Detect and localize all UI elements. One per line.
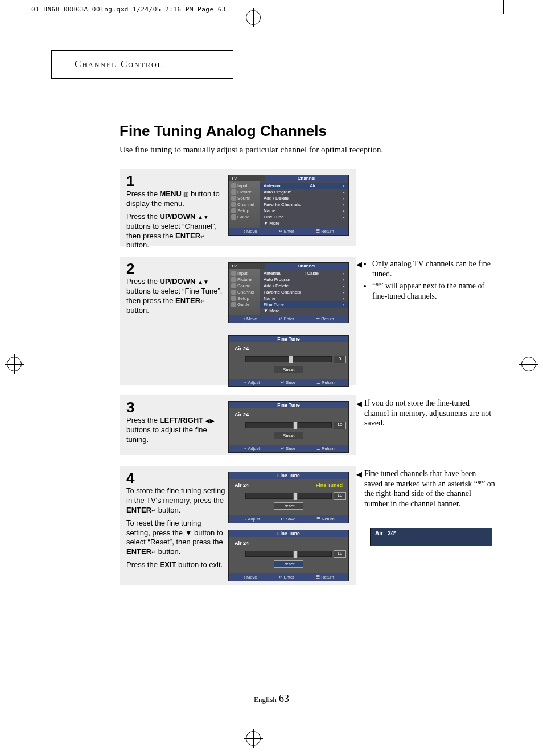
osd-screenshot-2b: Fine Tune Air 24 0 Reset ↔ Adjust↵ Save☰… (228, 335, 349, 387)
pointer-icon: ◀ (356, 399, 362, 408)
pointer-icon: ◀ (356, 470, 362, 479)
step-4-text: To store the fine tuning setting in the … (126, 486, 226, 570)
crop-mark (503, 0, 504, 14)
crop-mark (503, 13, 537, 13)
step-4-block: 4 To store the fine tuning setting in th… (120, 466, 356, 585)
intro-text: Use fine tuning to manually adjust a par… (120, 145, 383, 155)
osd-screenshot-4a: Fine Tune Air 24Fine Tuned 10 Reset ↔ Ad… (228, 472, 349, 523)
step-2-text: Press the UP/DOWN ▲▼ buttons to select “… (126, 277, 226, 316)
side-note-step4: ◀ Fine tuned channels that have been sav… (364, 469, 495, 509)
osd-screenshot-1: TV Channel Input Picture Sound Channel S… (228, 175, 349, 236)
registration-mark-left (7, 357, 22, 371)
step-1-text: Press the MENU ▥ button to display the m… (126, 189, 226, 250)
page-title: Fine Tuning Analog Channels (120, 122, 327, 140)
channel-banner-sample: Air 24* (370, 528, 492, 546)
section-title-box: Channel Control (51, 50, 233, 79)
section-title: Channel Control (75, 59, 163, 70)
print-job-header: 01 BN68-00803A-00Eng.qxd 1/24/05 2:16 PM… (31, 6, 226, 13)
registration-mark-top (246, 10, 261, 25)
step-3-block: 3 Press the LEFT/RIGHT ◀▶ buttons to adj… (120, 395, 356, 455)
osd-screenshot-3: Fine Tune Air 24 10 Reset ↔ Adjust↵ Save… (228, 401, 349, 453)
side-note-step2: ◀ Only analog TV channels can be fine tu… (364, 259, 495, 303)
side-note-step3: ◀ If you do not store the fine-tuned cha… (364, 398, 495, 428)
registration-mark-bottom (246, 731, 261, 746)
page-footer: English-63 (0, 693, 543, 705)
step-2-block: 2 Press the UP/DOWN ▲▼ buttons to select… (120, 257, 356, 385)
step-1-block: 1 Press the MENU ▥ button to display the… (120, 169, 356, 246)
step-3-text: Press the LEFT/RIGHT ◀▶ buttons to adjus… (126, 416, 226, 445)
osd-screenshot-2a: TV Channel Input Picture Sound Channel S… (228, 262, 349, 323)
registration-mark-right (521, 357, 536, 371)
pointer-icon: ◀ (356, 260, 362, 269)
osd-screenshot-4b: Fine Tune Air 24 10 Reset ↕ Move↵ Enter☰… (228, 530, 349, 581)
